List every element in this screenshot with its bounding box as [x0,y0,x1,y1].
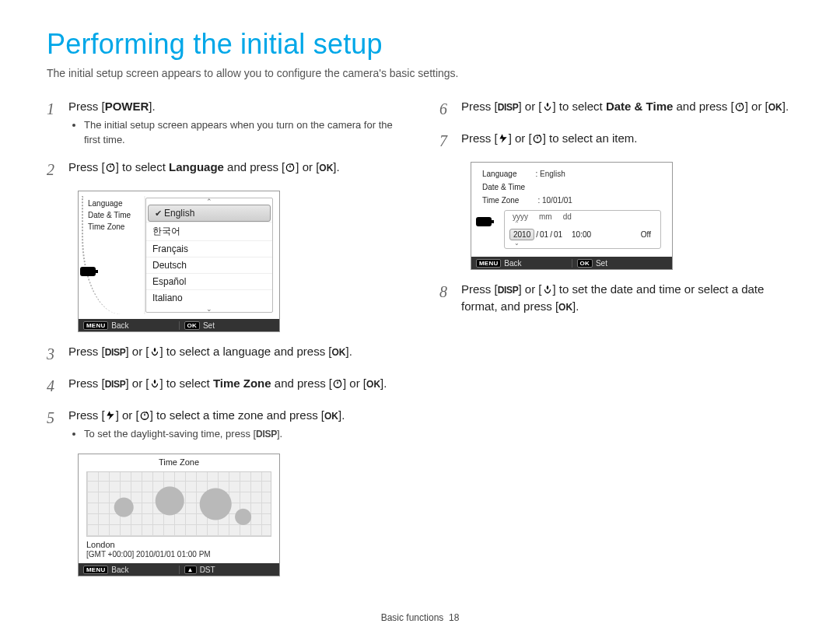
step5-bullet: To set the daylight-saving time, press [… [84,427,401,442]
step1-bullet: The initial setup screen appears when yo… [84,118,401,148]
sep: / [550,230,552,239]
macro-icon [149,378,160,389]
language-list: ⌃ ✔English 한국어 Français Deutsch Español … [145,198,273,313]
decorative-curve [82,196,121,314]
page-footer: Basic functions 18 [0,612,840,623]
language-option-selected: ✔English [148,205,271,222]
flash-icon [105,410,116,421]
text: ]. [572,299,579,313]
world-map [86,471,271,537]
scroll-up-icon: ⌃ [146,198,272,205]
screen-timezone: Time Zone London [GMT +00:00] 2010/01/01… [78,454,280,576]
ok-icon: OK [184,321,200,330]
text: Press [ [461,131,498,145]
text: ]. [277,428,282,440]
text: ] or [ [343,377,366,390]
scroll-down-icon: ⌄ [509,240,656,247]
page-title: Performing the initial setup [47,28,793,61]
text: ] or [ [509,131,532,145]
menu-icon: MENU [83,321,108,330]
step-num: 7 [439,130,457,152]
text: and press [ [224,160,285,173]
text: ] or [ [126,377,149,390]
ok-icon: OK [558,301,572,314]
footer-page: 18 [449,612,459,623]
text: ] or [ [296,160,319,173]
text: ] to select [553,100,606,113]
macro-icon [149,346,160,357]
disp-icon: DISP [498,284,519,297]
text: ]. [338,408,345,422]
text: and press [ [271,377,332,390]
disp-icon: DISP [105,378,126,391]
scroll-down-icon: ⌄ [146,306,272,312]
text: and press [ [673,100,733,113]
scroll-up-icon: ⌃ [509,221,656,227]
timer-icon [285,162,296,173]
disp-icon: DISP [256,428,277,441]
v: : 10/01/01 [537,196,572,205]
k: Date & Time [482,183,525,191]
text: Press [ [68,345,105,358]
timer-icon [734,101,745,112]
battery-icon [80,267,96,276]
day-field: 01 [554,230,562,239]
timer-icon [139,410,150,421]
screen-datetime: Language: English Date & Time Time Zone:… [471,162,673,270]
menu-icon: MENU [83,566,108,574]
timer-icon [332,378,343,389]
text: ] to select a language and press [ [160,345,332,358]
timer-icon [532,133,543,144]
step-1: 1 Press [POWER]. The initial setup scree… [47,98,401,149]
text: Press [ [68,100,105,113]
check-icon: ✔ [155,208,162,218]
sep: / [536,230,538,239]
text: Press [ [461,282,498,296]
ok-icon: OK [577,259,593,268]
up-triangle-icon: ▲ [184,566,197,574]
step-8: 8 Press [DISP] or [] to set the date and… [439,281,793,315]
text: ] or [ [519,282,542,296]
ok-icon: OK [768,101,782,114]
intro-text: The initial setup screen appears to allo… [47,67,793,79]
footer-back: Back [111,566,128,574]
title-part2: the initial setup [193,28,383,60]
macro-icon [542,101,553,112]
macro-icon [542,284,553,295]
battery-icon [476,217,492,226]
text: ] to select an item. [543,131,638,145]
text: Press [ [68,160,105,173]
lbl-month: mm [539,212,552,221]
text: ]. [380,377,387,390]
disp-icon: DISP [105,346,126,359]
timezone-label: Time Zone [213,377,271,390]
text: ] to select a time zone and press [ [150,408,324,422]
language-option: Deutsch [146,257,272,273]
year-field: 2010 [509,229,534,240]
title-part1: Performing [47,28,185,60]
step-num: 2 [47,159,64,181]
text: ]. [149,100,155,113]
off-label: Off [641,230,656,239]
date-editor: yyyy mm dd ⌃ 2010 / 01 / 01 10:00 Of [504,210,661,249]
timer-icon [105,162,116,173]
opt-label: English [164,208,194,219]
ok-icon: OK [366,378,380,391]
time-field: 10:00 [572,230,591,239]
ok-icon: OK [332,346,346,359]
language-label: Language [169,160,224,173]
footer-section: Basic functions [381,612,444,623]
step-num: 8 [439,281,457,303]
screen-language: Language Date & Time Time Zone ⌃ ✔Englis… [78,191,280,332]
datetime-label: Date & Time [606,100,673,113]
step-num: 5 [47,407,64,429]
language-option: Français [146,240,272,257]
gmt-label: [GMT +00:00] 2010/01/01 01:00 PM [86,550,271,559]
step-num: 6 [439,98,457,121]
language-option: Italiano [146,289,272,306]
step-2: 2 Press [] to select Language and press … [47,159,401,181]
footer-set: Set [203,321,215,330]
text: ]. [346,345,352,358]
text: Press [ [68,408,105,422]
step-num: 4 [47,375,64,398]
